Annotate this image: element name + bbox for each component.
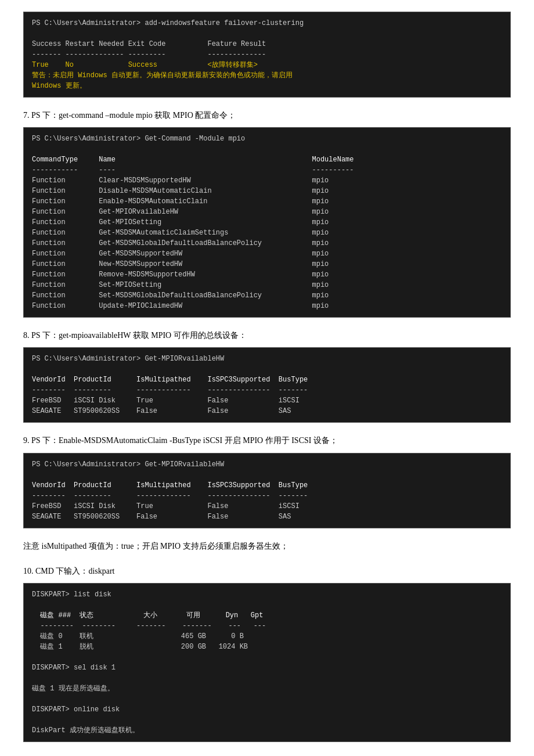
section-step7: 7. PS 下：get-command –module mpio 获取 MPIO…: [23, 108, 511, 318]
t7-row5: Function Get-MPIOSetting mpio: [32, 218, 329, 226]
t7-row4: Function Get-MPIORvailableHW mpio: [32, 208, 329, 216]
term1-line3: Success Restart Needed Exit Code Feature…: [32, 40, 266, 48]
terminal-box-9: PS C:\Users\Administrator> Get-MPIORvail…: [23, 453, 511, 528]
t10-header: 磁盘 ### 状态 大小 可用 Dyn Gpt: [32, 611, 263, 620]
t8-row2: SEAGATE ST9500620SS False False SAS: [32, 407, 291, 415]
t8-row1: FreeBSD iSCSI Disk True False iSCSI: [32, 397, 300, 405]
t7-row6: Function Get-MSDSMAutomaticClaimSettings…: [32, 229, 329, 237]
t9-line1: PS C:\Users\Administrator> Get-MPIORvail…: [32, 460, 224, 469]
t7-row8: Function Get-MSDSMSupportedHW mpio: [32, 250, 329, 258]
t10-row2: 磁盘 1 脱机 200 GB 1024 KB: [32, 643, 248, 651]
t10-sep: -------- -------- ------- ------- --- --…: [32, 622, 266, 630]
t9-row2: SEAGATE ST9500620SS False False SAS: [32, 513, 291, 521]
t7-sep: ----------- ---- ----------: [32, 166, 354, 174]
terminal-box-8: PS C:\Users\Administrator> Get-MPIORvail…: [23, 347, 511, 423]
t7-row2: Function Disable-MSDSMAutomaticClain mpi…: [32, 187, 329, 195]
section-step8: 8. PS 下：get-mpioavailableHW 获取 MPIO 可作用的…: [23, 328, 511, 423]
t7-line1: PS C:\Users\Administrator> Get-Command -…: [32, 135, 245, 143]
t7-row12: Function Set-MSDSMGlobalDefaultLoadBalan…: [32, 291, 329, 300]
term1-line7: Windows 更新。: [32, 82, 86, 90]
t8-line1: PS C:\Users\Administrator> Get-MPIORvail…: [32, 355, 224, 363]
t8-sep: -------- --------- ------------- -------…: [32, 386, 308, 394]
t10-sel-result: 磁盘 1 现在是所选磁盘。: [32, 685, 114, 693]
section-terminal1: PS C:\Users\Administrator> add-windowsfe…: [23, 12, 511, 98]
t7-row11: Function Set-MPIOSetting mpio: [32, 281, 329, 289]
t10-row1: 磁盘 0 联机 465 GB 0 B: [32, 632, 244, 640]
t7-row1: Function Clear-MSDSMSupportedHW mpio: [32, 177, 329, 185]
t7-row3: Function Enable-MSDSMAutomaticClain mpio: [32, 197, 329, 206]
note9-text: 注意 isMultipathed 项值为：true；开启 MPIO 支持后必须重…: [23, 539, 511, 553]
t7-header: CommandType Name ModuleName: [32, 156, 354, 164]
step10-label: 10. CMD 下输入：diskpart: [23, 564, 511, 578]
t7-row10: Function Remove-MSDSMSupportedHW mpio: [32, 271, 329, 279]
section-step9: 9. PS 下：Enable-MSDSMAutomaticClaim -BusT…: [23, 433, 511, 528]
terminal-box-1: PS C:\Users\Administrator> add-windowsfe…: [23, 12, 511, 98]
term1-line4: ------- -------------- --------- -------…: [32, 51, 266, 59]
t9-sep: -------- --------- ------------- -------…: [32, 492, 308, 500]
terminal-box-7: PS C:\Users\Administrator> Get-Command -…: [23, 127, 511, 318]
term1-line6: 警告：未启用 Windows 自动更新。为确保自动更新最新安装的角色或功能，请启…: [32, 71, 293, 80]
terminal-box-10: DISKPART> list disk 磁盘 ### 状态 大小 可用 Dyn …: [23, 583, 511, 742]
t10-sel: DISKPART> sel disk 1: [32, 664, 116, 672]
step9-label: 9. PS 下：Enable-MSDSMAutomaticClaim -BusT…: [23, 433, 511, 448]
section-note9: 注意 isMultipathed 项值为：true；开启 MPIO 支持后必须重…: [23, 539, 511, 553]
t8-header: VendorId ProductId IsMultipathed IsSPC3S…: [32, 376, 308, 384]
t7-row13: Function Update-MPIOClaimedHW mpio: [32, 302, 329, 310]
term1-line5: True No Success <故障转移群集>: [32, 61, 258, 69]
section-step10: 10. CMD 下输入：diskpart DISKPART> list disk…: [23, 564, 511, 742]
t10-online: DISKPART> online disk: [32, 705, 120, 714]
t9-row1: FreeBSD iSCSI Disk True False iSCSI: [32, 502, 300, 510]
term1-line1: PS C:\Users\Administrator> add-windowsfe…: [32, 19, 304, 27]
t9-header: VendorId ProductId IsMultipathed IsSPC3S…: [32, 481, 308, 489]
t7-row7: Function Get-MSDSMGlobalDefaultLoadBalan…: [32, 239, 329, 247]
step8-label: 8. PS 下：get-mpioavailableHW 获取 MPIO 可作用的…: [23, 328, 511, 343]
t10-line1: DISKPART> list disk: [32, 591, 111, 599]
t7-row9: Function New-MSDSMSupportedHW mpio: [32, 260, 329, 268]
step7-label: 7. PS 下：get-command –module mpio 获取 MPIO…: [23, 108, 511, 123]
t10-online-result: DiskPart 成功使所选磁盘联机。: [32, 726, 139, 735]
